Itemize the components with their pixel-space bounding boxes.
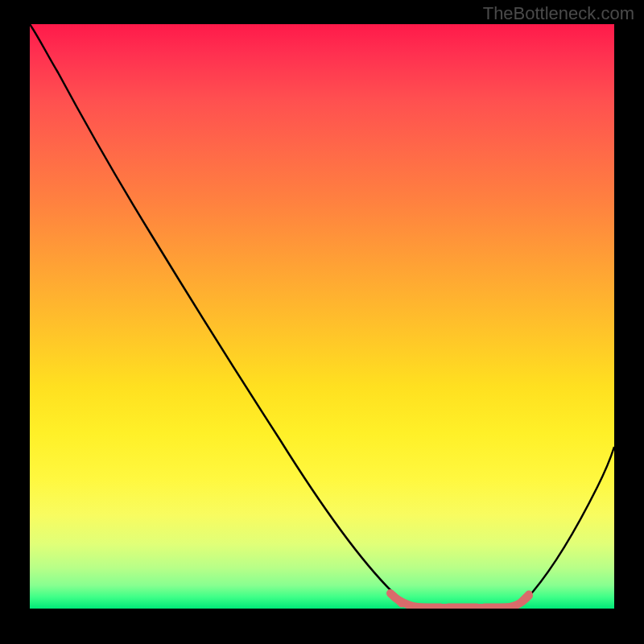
bottleneck-curve <box>30 24 614 608</box>
chart-curve-layer <box>30 24 614 609</box>
attribution-label: TheBottleneck.com <box>483 3 634 24</box>
